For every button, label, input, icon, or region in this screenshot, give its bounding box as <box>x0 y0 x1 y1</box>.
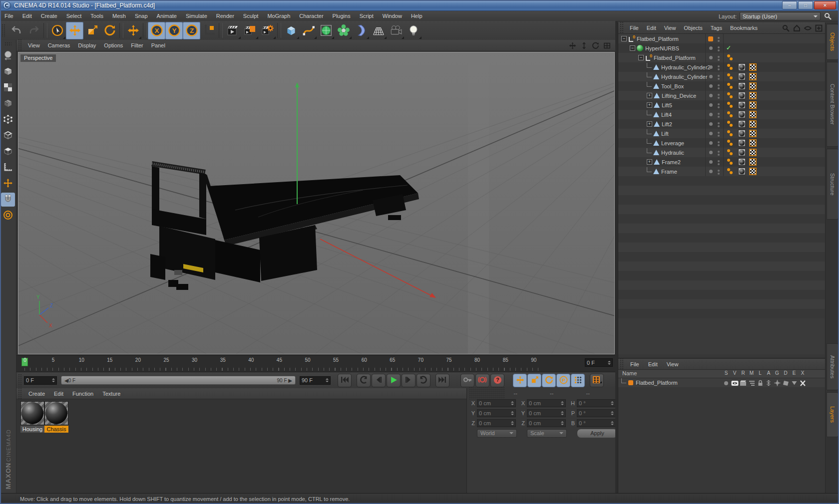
material-tag-icon[interactable] <box>738 73 746 80</box>
coordinate-field[interactable]: 0 cm <box>527 409 566 417</box>
solo-dot-icon[interactable] <box>722 380 730 386</box>
menu-snap[interactable]: Snap <box>130 11 152 21</box>
eye-icon[interactable] <box>804 24 812 32</box>
visibility-dot[interactable] <box>709 94 713 97</box>
environment-button[interactable] <box>370 22 387 39</box>
visibility-dot[interactable] <box>709 160 713 164</box>
view-toggle-icon[interactable] <box>603 42 611 49</box>
visibility-dot[interactable] <box>709 65 713 69</box>
material-tag-icon[interactable] <box>738 101 746 109</box>
make-editable-button[interactable] <box>1 49 15 63</box>
home-icon[interactable] <box>793 24 801 32</box>
points-mode-button[interactable] <box>1 113 15 127</box>
snap-toggle-button[interactable] <box>1 193 15 207</box>
uvw-tag-icon[interactable] <box>749 92 757 99</box>
phong-tag-icon[interactable] <box>727 54 734 61</box>
key-pla-toggle[interactable] <box>571 374 585 387</box>
last-frame-field[interactable]: 90 F <box>300 376 331 385</box>
palette-grip[interactable] <box>4 42 11 46</box>
menu-render[interactable]: Render <box>212 11 239 21</box>
quantize-button[interactable] <box>1 209 15 223</box>
visibility-dot[interactable] <box>709 75 713 78</box>
coordinate-field[interactable]: 0 ° <box>577 409 616 417</box>
menu-mesh[interactable]: Mesh <box>108 11 130 21</box>
render-to-picture-viewer-button[interactable] <box>241 22 259 39</box>
material-tag-icon[interactable] <box>738 111 746 118</box>
expand-icon[interactable]: + <box>647 102 652 108</box>
tree-row-hydraulic_cylinder2[interactable]: Hydraulic_Cylinder2 <box>618 62 826 72</box>
phong-tag-icon[interactable] <box>727 159 734 166</box>
toolbar-grip[interactable] <box>1 24 6 37</box>
light-button[interactable] <box>405 22 422 39</box>
y-axis-lock-button[interactable]: Y <box>165 22 183 39</box>
render-settings-button[interactable] <box>259 22 276 39</box>
generators-icon[interactable] <box>773 380 781 386</box>
menu-sculpt[interactable]: Sculpt <box>239 11 263 21</box>
title-bar[interactable]: CINEMA 4D R14.014 Studio - [Flatbed_Plat… <box>0 0 839 11</box>
coordinate-field[interactable]: 0 ° <box>577 399 616 407</box>
uvw-tag-icon[interactable] <box>749 168 757 175</box>
collapse-icon[interactable]: − <box>638 55 644 60</box>
tab-content-browser[interactable]: Content Browser <box>827 62 839 147</box>
tree-row-leverage[interactable]: Leverage <box>618 138 826 148</box>
uvw-tag-icon[interactable] <box>749 139 757 147</box>
viewport-menu-grip[interactable] <box>18 39 22 52</box>
layer-menu-edit[interactable]: Edit <box>644 361 662 367</box>
key-position-toggle[interactable] <box>513 374 527 387</box>
enable-axis-button[interactable] <box>1 177 15 191</box>
array-button[interactable] <box>335 22 352 39</box>
material-menu-edit[interactable]: Edit <box>49 391 68 397</box>
close-button[interactable]: ✕ <box>814 1 836 9</box>
stepper-icon[interactable] <box>609 411 614 415</box>
coordinate-field[interactable]: 0 cm <box>477 419 516 427</box>
keyframe-selection-button[interactable]: ? <box>490 374 504 387</box>
object-menu-objects[interactable]: Objects <box>680 25 706 31</box>
phong-tag-icon[interactable] <box>727 102 734 109</box>
key-parameter-toggle[interactable]: P <box>556 374 570 387</box>
tab-attributes[interactable]: Attributes <box>827 343 839 390</box>
search-icon[interactable] <box>782 24 790 32</box>
menu-script[interactable]: Script <box>355 11 378 21</box>
uvw-tag-icon[interactable] <box>749 101 757 109</box>
visibility-dot[interactable] <box>709 151 713 154</box>
model-mode-button[interactable] <box>1 65 15 79</box>
expand-icon[interactable]: + <box>647 121 652 127</box>
stepper-icon[interactable] <box>509 421 514 425</box>
phong-tag-icon[interactable] <box>727 111 734 118</box>
tree-row-lift5[interactable]: +Lift5 <box>618 100 826 110</box>
material-tag-icon[interactable] <box>738 149 746 156</box>
coordinate-field[interactable]: 0 cm <box>527 419 566 427</box>
viewport-menu-options[interactable]: Options <box>100 42 127 48</box>
uvw-tag-icon[interactable] <box>749 149 757 156</box>
polygons-mode-button[interactable] <box>1 145 15 159</box>
deformer-button[interactable] <box>352 22 370 39</box>
object-menu-view[interactable]: View <box>660 25 680 31</box>
material-tag-icon[interactable] <box>738 158 746 166</box>
material-thumbnail[interactable] <box>20 401 44 425</box>
visibility-dot[interactable] <box>709 84 713 88</box>
tree-row-frame2[interactable]: +Frame2 <box>618 157 826 167</box>
material-menu-grip[interactable] <box>18 387 22 400</box>
editor-render-dots[interactable] <box>718 150 720 157</box>
editor-render-dots[interactable] <box>718 64 720 71</box>
preview-range-slider[interactable]: ◀ 0 F 90 F ▶ <box>61 376 296 385</box>
range-start-arrow[interactable]: ◀ <box>64 378 68 383</box>
collapse-icon[interactable]: − <box>630 45 635 51</box>
coordinate-field[interactable]: 0 cm <box>477 409 516 417</box>
view-move-icon[interactable] <box>568 42 577 49</box>
tree-row-hypernurbs[interactable]: −HyperNURBS✓ <box>618 43 826 53</box>
menu-select[interactable]: Select <box>62 11 86 21</box>
timeline-ruler[interactable]: 051015202530354045505560657075808590 0 F <box>16 355 615 372</box>
manager-icon[interactable] <box>748 380 756 386</box>
x-axis-lock-button[interactable]: X <box>148 22 165 39</box>
menu-edit[interactable]: Edit <box>18 11 36 21</box>
autokeying-button[interactable] <box>475 374 489 387</box>
minimize-button[interactable]: – <box>782 1 797 9</box>
uvw-tag-icon[interactable] <box>749 111 757 118</box>
phong-tag-icon[interactable] <box>727 140 734 147</box>
menu-character[interactable]: Character <box>295 11 328 21</box>
perspective-viewport[interactable]: Y Z X Perspective <box>18 52 615 354</box>
editor-render-dots[interactable] <box>718 102 720 109</box>
stepper-icon[interactable] <box>606 361 611 365</box>
editor-render-dots[interactable] <box>718 159 720 166</box>
